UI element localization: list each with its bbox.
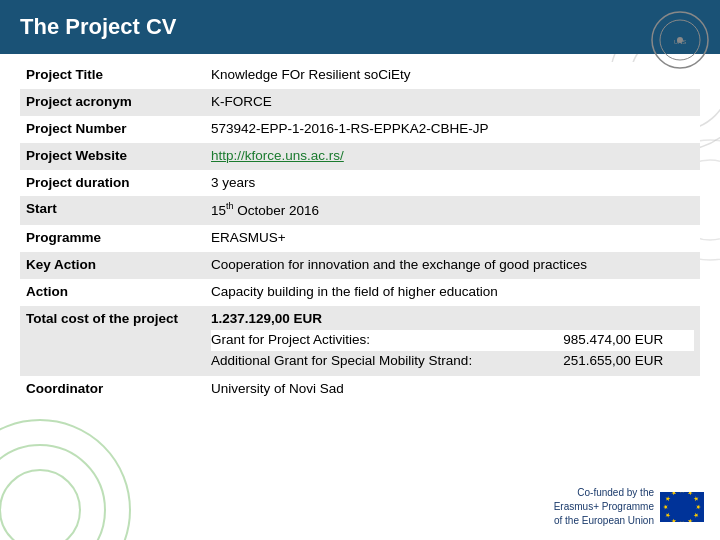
row-value: University of Novi Sad [205, 376, 700, 403]
grant-row-2: Additional Grant for Special Mobility St… [211, 351, 694, 372]
total-cost-value: 1.237.129,00 EUR [211, 311, 322, 326]
table-row: Project acronymK-FORCE [20, 89, 700, 116]
table-row: Key ActionCooperation for innovation and… [20, 252, 700, 279]
eu-badge-text: Co-funded by theErasmus+ Programmeof the… [554, 486, 654, 528]
row-label: Programme [20, 225, 205, 252]
table-row: CoordinatorUniversity of Novi Sad [20, 376, 700, 403]
table-row: Project duration3 years [20, 170, 700, 197]
svg-point-6 [0, 470, 80, 540]
svg-point-4 [0, 420, 130, 540]
row-label: Coordinator [20, 376, 205, 403]
project-website-link[interactable]: http://kforce.uns.ac.rs/ [211, 148, 344, 163]
svg-text:UNS: UNS [674, 39, 687, 45]
table-row: Total cost of the project1.237.129,00 EU… [20, 306, 700, 377]
eu-funding-badge: Co-funded by theErasmus+ Programmeof the… [554, 486, 704, 528]
grant2-label: Additional Grant for Special Mobility St… [211, 351, 563, 372]
page-header: The Project CV [0, 0, 720, 54]
row-label: Project Number [20, 116, 205, 143]
table-row: Project Number573942-EPP-1-2016-1-RS-EPP… [20, 116, 700, 143]
row-label: Action [20, 279, 205, 306]
grant-table: Grant for Project Activities:985.474,00 … [211, 330, 694, 372]
row-value: http://kforce.uns.ac.rs/ [205, 143, 700, 170]
project-table: Project TitleKnowledge FOr Resilient soC… [20, 62, 700, 403]
svg-point-5 [0, 445, 105, 540]
row-value: ERASMUS+ [205, 225, 700, 252]
page: UNS The Project CV Project TitleKnowledg… [0, 0, 720, 540]
row-label: Project Website [20, 143, 205, 170]
row-label: Key Action [20, 252, 205, 279]
table-row: Project TitleKnowledge FOr Resilient soC… [20, 62, 700, 89]
row-value: 573942-EPP-1-2016-1-RS-EPPKA2-CBHE-JP [205, 116, 700, 143]
row-label: Project acronym [20, 89, 205, 116]
row-value: K-FORCE [205, 89, 700, 116]
row-value: 15th October 2016 [205, 196, 700, 224]
logo-emblem: UNS [650, 10, 710, 70]
row-label: Project Title [20, 62, 205, 89]
grant1-label: Grant for Project Activities: [211, 330, 563, 351]
content-area: Project TitleKnowledge FOr Resilient soC… [0, 54, 720, 411]
row-value: Knowledge FOr Resilient soCiEty [205, 62, 700, 89]
table-row: Start15th October 2016 [20, 196, 700, 224]
header-title: The Project CV [20, 14, 176, 39]
eu-flag-icon [660, 492, 704, 522]
row-value: 3 years [205, 170, 700, 197]
grant-row-1: Grant for Project Activities:985.474,00 … [211, 330, 694, 351]
table-row: ProgrammeERASMUS+ [20, 225, 700, 252]
row-value: Capacity building in the field of higher… [205, 279, 700, 306]
row-value: 1.237.129,00 EURGrant for Project Activi… [205, 306, 700, 377]
row-label: Project duration [20, 170, 205, 197]
grant1-value: 985.474,00 EUR [563, 330, 694, 351]
eu-line1: Co-funded by theErasmus+ Programmeof the… [554, 487, 654, 526]
grant2-value: 251.655,00 EUR [563, 351, 694, 372]
row-label: Total cost of the project [20, 306, 205, 377]
row-label: Start [20, 196, 205, 224]
row-value: Cooperation for innovation and the excha… [205, 252, 700, 279]
table-row: Project Websitehttp://kforce.uns.ac.rs/ [20, 143, 700, 170]
table-row: ActionCapacity building in the field of … [20, 279, 700, 306]
